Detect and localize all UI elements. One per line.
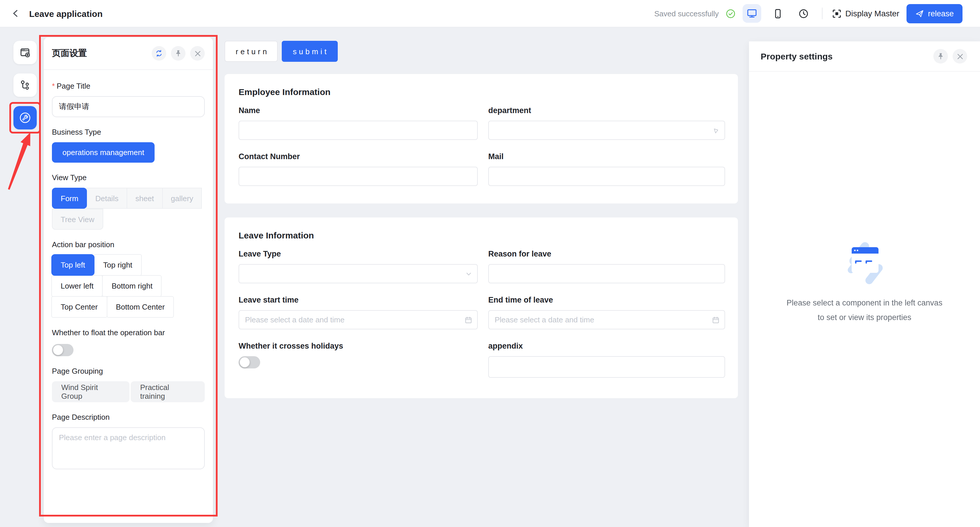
page-description-label: Page Description (52, 413, 205, 421)
end-time-of-leave-input[interactable] (488, 310, 725, 329)
form-field-leave-start-time[interactable]: Leave start time (239, 295, 478, 329)
form-field-end-time-of-leave[interactable]: End time of leave (488, 295, 725, 329)
view-type-option-gallery[interactable]: gallery (162, 188, 202, 209)
name-input[interactable] (239, 121, 478, 140)
release-label: release (928, 9, 954, 18)
submit-button[interactable]: submit (282, 41, 337, 62)
page-title-label: *Page Title (52, 82, 205, 90)
business-type-button[interactable]: operations management (52, 142, 154, 163)
action-bar-position-label: Action bar position (52, 240, 205, 249)
action-bar-option-bottom-right[interactable]: Bottom right (102, 275, 162, 297)
paper-plane-icon (915, 9, 924, 18)
view-type-option-form[interactable]: Form (52, 188, 87, 209)
pushpin-icon (174, 49, 182, 57)
float-bar-toggle[interactable] (52, 344, 73, 356)
appendix-input[interactable] (488, 356, 725, 378)
page-title: Leave application (29, 8, 103, 18)
panel-title: 页面设置 (52, 48, 87, 59)
view-type-option-treeview[interactable]: Tree View (52, 209, 103, 230)
sidebar-item-outline-tree[interactable] (13, 73, 37, 97)
form-field-contact-number[interactable]: Contact Number (239, 152, 478, 186)
page-grouping-label: Page Grouping (52, 367, 205, 375)
saved-status: Saved successfully (654, 9, 719, 18)
app-root: Leave application Saved successfully (0, 0, 980, 527)
window-plus-icon (19, 46, 32, 59)
history-button[interactable] (794, 4, 813, 23)
leave-start-time-input[interactable] (239, 310, 478, 329)
leave-information-card[interactable]: Leave Information Leave Type Reason for … (224, 217, 738, 398)
form-field-appendix[interactable]: appendix (488, 341, 725, 378)
mobile-preview-button[interactable] (768, 4, 787, 23)
view-type-label: View Type (52, 173, 205, 182)
form-field-name[interactable]: Name (239, 106, 478, 140)
desktop-preview-button[interactable] (743, 4, 761, 23)
mail-input[interactable] (488, 167, 725, 186)
display-master-icon (832, 8, 842, 18)
leave-type-select[interactable] (239, 264, 478, 283)
form-field-mail[interactable]: Mail (488, 152, 725, 186)
card-title: Leave Information (239, 230, 724, 240)
clock-icon (798, 8, 809, 19)
form-field-reason-for-leave[interactable]: Reason for leave (488, 249, 725, 283)
card-title: Employee Information (239, 87, 724, 97)
toolbar-divider (822, 8, 822, 19)
action-bar-option-bottom-center[interactable]: Bottom Center (107, 296, 174, 318)
action-bar-option-top-left[interactable]: Top left (51, 254, 94, 276)
sync-button[interactable] (152, 46, 166, 60)
display-master-button[interactable]: Display Master (832, 8, 899, 18)
view-type-option-details[interactable]: Details (87, 188, 127, 209)
saved-check-icon (725, 8, 736, 18)
action-bar-option-top-right[interactable]: Top right (94, 254, 142, 276)
page-description-textarea[interactable] (52, 427, 205, 469)
crosses-holidays-toggle[interactable] (239, 356, 260, 368)
reason-for-leave-input[interactable] (488, 264, 725, 283)
top-bar: Leave application Saved successfully (0, 0, 980, 27)
release-button[interactable]: release (906, 4, 963, 23)
form-field-crosses-holidays[interactable]: Whether it crosses holidays (239, 341, 478, 378)
view-type-option-sheet[interactable]: sheet (127, 188, 163, 209)
display-master-label: Display Master (845, 9, 899, 18)
property-settings-panel: Property settings (749, 41, 980, 527)
annotation-arrow (0, 125, 47, 201)
business-type-label: Business Type (52, 128, 205, 137)
form-field-leave-type[interactable]: Leave Type (239, 249, 478, 283)
browser-window-illustration (838, 239, 891, 288)
refresh-icon (155, 49, 163, 57)
close-icon[interactable] (190, 46, 205, 60)
grouping-option-wind-spirit[interactable]: Wind Spirit Group (52, 381, 129, 402)
return-button[interactable]: return (224, 41, 278, 62)
action-bar-option-lower-left[interactable]: Lower left (51, 275, 103, 297)
contact-number-input[interactable] (239, 167, 478, 186)
wrench-circle-icon (18, 111, 32, 125)
toggle-knob (240, 357, 250, 367)
back-icon[interactable] (11, 8, 21, 19)
workspace: 页面设置 (0, 27, 980, 527)
employee-information-card[interactable]: Employee Information Name department Con… (224, 74, 738, 203)
pin-button[interactable] (171, 46, 186, 60)
smartphone-icon (772, 8, 783, 19)
form-field-department[interactable]: department (488, 106, 725, 140)
action-bar-option-top-center[interactable]: Top Center (51, 296, 107, 318)
required-mark: * (52, 82, 55, 90)
grouping-option-practical-training[interactable]: Practical training (130, 381, 205, 402)
monitor-icon (746, 8, 758, 19)
float-bar-label: Whether to float the operation bar (52, 328, 205, 337)
empty-state-text: Please select a component in the left ca… (787, 296, 942, 324)
department-input[interactable] (488, 121, 725, 140)
toggle-knob (53, 345, 63, 355)
empty-state: Please select a component in the left ca… (749, 37, 980, 527)
sidebar-item-page-settings[interactable] (13, 106, 37, 129)
tree-structure-icon (19, 79, 32, 92)
page-settings-panel: 页面设置 (44, 37, 213, 523)
page-title-input[interactable] (52, 96, 205, 117)
sidebar-item-add-page[interactable] (13, 41, 37, 64)
